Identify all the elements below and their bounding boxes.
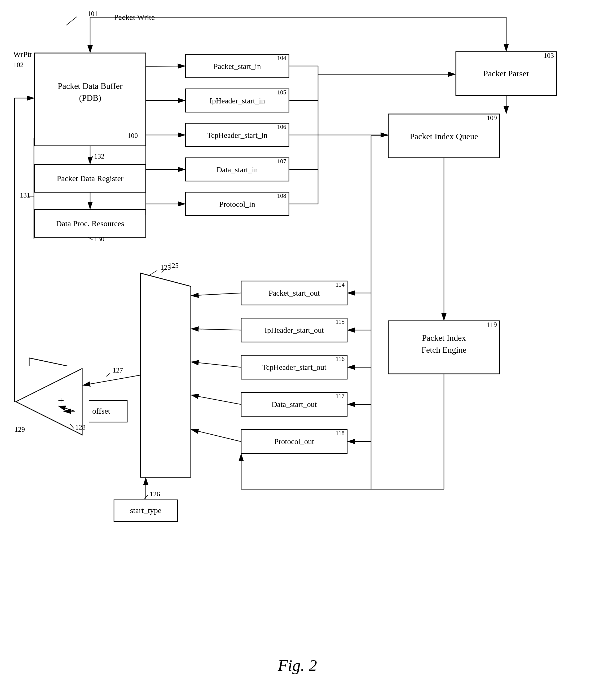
svg-text:109: 109 [487,114,497,122]
svg-text:IpHeader_start_out: IpHeader_start_out [264,326,324,334]
svg-text:107: 107 [277,158,286,165]
svg-text:Packet_start_in: Packet_start_in [214,62,261,71]
svg-text:129: 129 [15,426,25,433]
svg-text:108: 108 [277,192,286,199]
svg-text:Data Proc. Resources: Data Proc. Resources [56,219,124,228]
svg-text:119: 119 [487,321,497,328]
svg-text:Packet_start_out: Packet_start_out [268,289,320,297]
svg-text:IpHeader_start_in: IpHeader_start_in [209,97,265,105]
svg-text:100: 100 [128,132,138,139]
svg-text:116: 116 [336,355,344,362]
svg-text:104: 104 [277,55,286,61]
svg-text:Protocol_out: Protocol_out [274,437,314,446]
svg-text:114: 114 [336,281,344,288]
svg-text:Packet Data Register: Packet Data Register [57,174,123,183]
svg-text:105: 105 [277,89,286,96]
svg-text:117: 117 [336,393,344,399]
svg-text:106: 106 [277,124,286,130]
svg-text:118: 118 [336,430,344,436]
svg-text:130: 130 [94,235,105,243]
svg-text:Data_start_out: Data_start_out [272,400,317,409]
svg-text:TcpHeader_start_out: TcpHeader_start_out [262,363,327,372]
svg-text:126: 126 [150,490,160,498]
svg-text:offset: offset [92,406,110,415]
svg-text:132: 132 [94,153,105,160]
svg-text:Packet Parser: Packet Parser [483,69,529,78]
svg-text:Fig. 2: Fig. 2 [278,656,317,674]
svg-text:+: + [58,395,64,407]
svg-text:TcpHeader_start_in: TcpHeader_start_in [207,131,268,139]
svg-text:Protocol_in: Protocol_in [219,200,255,208]
svg-text:Packet Index Queue: Packet Index Queue [410,132,478,141]
svg-text:131: 131 [20,191,30,199]
svg-text:101: 101 [87,10,98,18]
svg-text:102: 102 [13,61,24,69]
svg-text:start_type: start_type [130,506,162,515]
svg-text:WrPtr: WrPtr [13,50,32,59]
svg-text:128: 128 [75,424,86,431]
svg-text:(PDB): (PDB) [79,93,101,103]
svg-text:Fetch Engine: Fetch Engine [421,345,466,354]
svg-marker-173 [140,273,191,477]
svg-text:125: 125 [168,262,179,269]
svg-text:115: 115 [336,319,344,325]
svg-text:103: 103 [544,52,554,59]
svg-text:Packet Data Buffer: Packet Data Buffer [58,81,123,91]
svg-text:Data_start_in: Data_start_in [217,165,258,174]
svg-text:Packet Index: Packet Index [422,333,466,343]
svg-text:127: 127 [113,367,123,374]
